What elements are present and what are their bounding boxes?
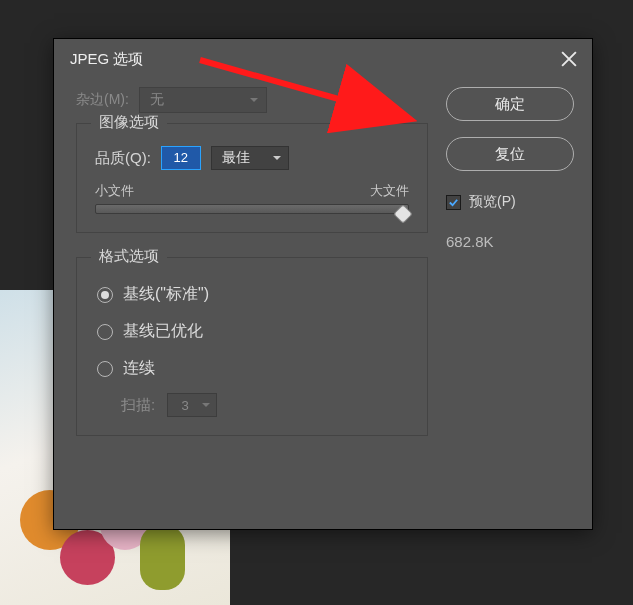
matte-label: 杂边(M): (76, 91, 129, 109)
quality-preset-value: 最佳 (222, 149, 250, 167)
radio-baseline-standard[interactable]: 基线("标准") (97, 284, 409, 305)
dialog-titlebar: JPEG 选项 (54, 39, 592, 79)
filesize-text: 682.8K (446, 233, 574, 250)
scans-select: 3 (167, 393, 217, 417)
image-options-legend: 图像选项 (91, 113, 167, 132)
dialog-title: JPEG 选项 (70, 50, 143, 69)
radio-label: 连续 (123, 358, 155, 379)
scans-label: 扫描: (121, 396, 155, 415)
radio-label: 基线已优化 (123, 321, 203, 342)
radio-icon (97, 287, 113, 303)
jpeg-options-dialog: JPEG 选项 杂边(M): 无 图像选项 品质(Q): 12 最佳 (54, 39, 592, 529)
slider-thumb-icon[interactable] (393, 204, 413, 224)
radio-label: 基线("标准") (123, 284, 209, 305)
format-options-legend: 格式选项 (91, 247, 167, 266)
radio-icon (97, 324, 113, 340)
format-options-fieldset: 格式选项 基线("标准") 基线已优化 连续 (76, 257, 428, 436)
matte-select: 无 (139, 87, 267, 113)
preview-label: 预览(P) (469, 193, 516, 211)
slider-max-label: 大文件 (370, 182, 409, 200)
matte-value: 无 (150, 91, 164, 109)
radio-icon (97, 361, 113, 377)
close-icon (558, 48, 580, 70)
quality-label: 品质(Q): (95, 149, 151, 168)
radio-progressive[interactable]: 连续 (97, 358, 409, 379)
close-button[interactable] (558, 48, 580, 70)
quality-preset-select[interactable]: 最佳 (211, 146, 289, 170)
radio-baseline-optimized[interactable]: 基线已优化 (97, 321, 409, 342)
preview-checkbox-row[interactable]: 预览(P) (446, 193, 574, 211)
reset-button[interactable]: 复位 (446, 137, 574, 171)
ok-button[interactable]: 确定 (446, 87, 574, 121)
slider-min-label: 小文件 (95, 182, 134, 200)
quality-input[interactable]: 12 (161, 146, 201, 170)
quality-slider[interactable] (95, 204, 409, 214)
scans-value: 3 (182, 398, 189, 413)
scans-row: 扫描: 3 (121, 393, 409, 417)
image-options-fieldset: 图像选项 品质(Q): 12 最佳 小文件 大文件 (76, 123, 428, 233)
matte-row: 杂边(M): 无 (76, 87, 428, 113)
checkbox-icon (446, 195, 461, 210)
